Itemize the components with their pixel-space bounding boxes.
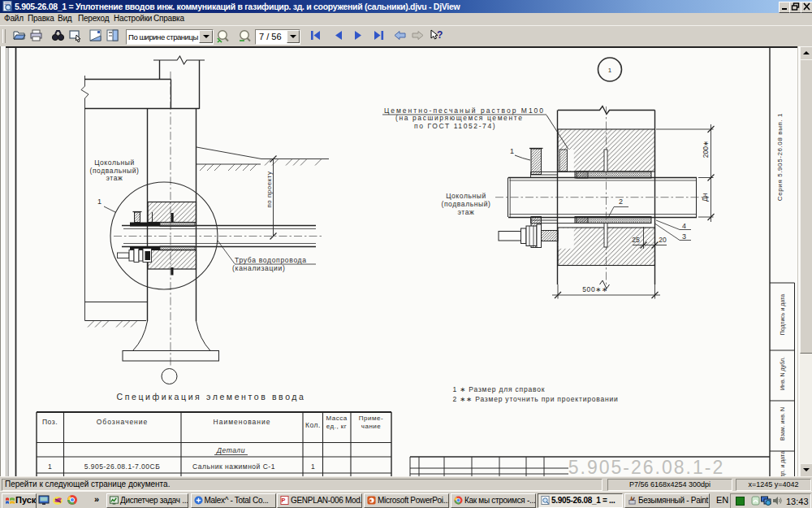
svg-text:Серия 5.905-26.08 вып. 1: Серия 5.905-26.08 вып. 1 <box>776 113 784 201</box>
svg-text:(на расширяющемся цементе: (на расширяющемся цементе <box>395 114 523 122</box>
svg-text:Сальник нажимной С-1: Сальник нажимной С-1 <box>192 462 275 471</box>
svg-text:1: 1 <box>608 67 612 74</box>
svg-text:4: 4 <box>682 222 686 230</box>
svg-text:5.905-26.08.1-7.00СБ: 5.905-26.08.1-7.00СБ <box>84 462 161 471</box>
svg-text:25: 25 <box>632 236 640 244</box>
svg-text:Наименование: Наименование <box>214 418 271 426</box>
svg-text:5.905-26.08.1-2: 5.905-26.08.1-2 <box>568 457 724 476</box>
svg-text:чание: чание <box>361 423 382 430</box>
svg-text:1: 1 <box>510 147 514 155</box>
svg-text:Подп. и дата: Подп. и дата <box>780 451 786 476</box>
svg-text:1 ∗ Размер для справок: 1 ∗ Размер для справок <box>453 385 546 393</box>
svg-text:200∗: 200∗ <box>702 141 710 158</box>
svg-text:Цементно-песчаный раствор М100: Цементно-песчаный раствор М100 <box>384 106 545 115</box>
svg-text:1: 1 <box>311 462 315 471</box>
svg-text:этаж: этаж <box>106 174 123 182</box>
svg-text:Поз.: Поз. <box>42 418 58 426</box>
svg-text:20: 20 <box>659 236 667 244</box>
svg-text:(канализации): (канализации) <box>232 264 286 272</box>
svg-text:Инв. N дубл.: Инв. N дубл. <box>780 357 786 390</box>
svg-text:2 ∗∗ Размер уточнить при проек: 2 ∗∗ Размер уточнить при проектировании <box>453 395 619 403</box>
svg-text:Взам. инв. N: Взам. инв. N <box>780 407 785 441</box>
svg-text:1: 1 <box>97 198 102 206</box>
svg-text:по ГОСТ 11052-74): по ГОСТ 11052-74) <box>414 122 496 130</box>
svg-text:3: 3 <box>682 232 686 241</box>
svg-text:Спецификация элементов ввода: Спецификация элементов ввода <box>116 392 305 402</box>
svg-text:Обозначение: Обозначение <box>97 418 149 426</box>
svg-text:Масса: Масса <box>326 415 347 422</box>
svg-text:2: 2 <box>619 198 623 206</box>
svg-text:(подвальный): (подвальный) <box>441 200 490 208</box>
svg-text:500∗∗: 500∗∗ <box>582 285 607 293</box>
svg-text:Труба водопровода: Труба водопровода <box>235 256 307 264</box>
svg-text:ед., кг: ед., кг <box>326 423 348 430</box>
svg-text:?: ? <box>437 29 443 41</box>
svg-text:Дн: Дн <box>701 193 709 202</box>
svg-text:Цокольный: Цокольный <box>94 158 135 167</box>
svg-text:P: P <box>281 497 285 504</box>
svg-text:Кол.: Кол. <box>305 421 321 429</box>
svg-text:Подпись и дата: Подпись и дата <box>780 294 786 335</box>
svg-text:этаж: этаж <box>458 208 475 216</box>
svg-text:1: 1 <box>48 462 52 471</box>
svg-text:Цокольный: Цокольный <box>446 192 486 200</box>
svg-text:Детали: Детали <box>216 446 245 454</box>
svg-text:Приме-: Приме- <box>359 415 383 422</box>
svg-text:по проекту: по проекту <box>266 171 273 207</box>
